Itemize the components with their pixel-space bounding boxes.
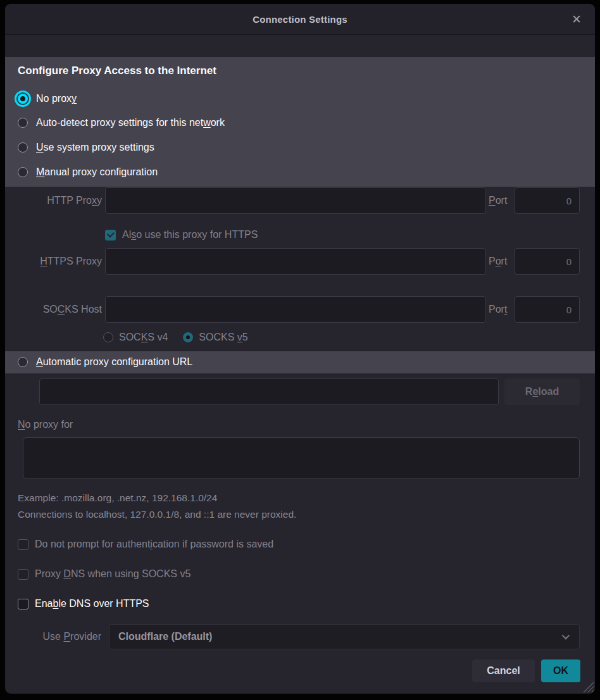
also-https-checkbox-row[interactable]: Also use this proxy for HTTPS — [105, 229, 258, 241]
radio-unselected-icon[interactable] — [18, 357, 28, 367]
https-port-label: Port — [489, 256, 511, 267]
checkbox-unchecked-icon[interactable] — [18, 599, 28, 609]
socks-port-input[interactable] — [515, 296, 580, 323]
close-icon[interactable]: ✕ — [568, 11, 585, 28]
connection-settings-dialog: Connection Settings ✕ Configure Proxy Ac… — [5, 4, 595, 694]
https-port-input[interactable] — [515, 248, 580, 275]
radio-label: No proxy — [36, 93, 77, 104]
checkbox-label: Enable DNS over HTTPS — [35, 598, 149, 609]
proxy-mode-panel: Configure Proxy Access to the Internet N… — [5, 57, 595, 187]
http-proxy-label: HTTP Proxy — [18, 195, 102, 206]
radio-option-socks-v5[interactable]: SOCKS v5 — [183, 332, 247, 343]
cancel-button[interactable]: Cancel — [472, 659, 535, 682]
radio-unselected-icon[interactable] — [103, 332, 113, 342]
doh-provider-select[interactable]: Cloudflare (Default) — [109, 624, 580, 649]
panel-heading: Configure Proxy Access to the Internet — [18, 65, 216, 77]
titlebar: Connection Settings ✕ — [5, 4, 595, 35]
radio-option-socks-v4[interactable]: SOCKS v4 — [103, 332, 168, 343]
https-proxy-label: HTTPS Proxy — [18, 256, 102, 267]
radio-label: Use system proxy settings — [36, 142, 154, 153]
radio-label: Manual proxy configuration — [36, 166, 158, 178]
checkbox-row-no-auth-prompt[interactable]: Do not prompt for authentication if pass… — [18, 539, 273, 550]
checkbox-row-enable-doh[interactable]: Enable DNS over HTTPS — [18, 598, 149, 609]
radio-selected-icon[interactable] — [18, 94, 28, 104]
socks-version-group: SOCKS v4 SOCKS v5 — [103, 332, 248, 343]
radio-option-system-proxy[interactable]: Use system proxy settings — [18, 140, 154, 155]
http-port-label: Port — [489, 195, 511, 206]
doh-provider-selected-value: Cloudflare (Default) — [118, 631, 212, 642]
auto-config-band: Automatic proxy configuration URL — [5, 351, 595, 373]
radio-selected-icon[interactable] — [183, 332, 193, 342]
socks-v4-label: SOCKS v4 — [119, 332, 168, 343]
auto-config-label: Automatic proxy configuration URL — [36, 356, 192, 368]
checkbox-label: Do not prompt for authentication if pass… — [35, 539, 273, 550]
http-proxy-input[interactable] — [105, 187, 486, 214]
localhost-note-text: Connections to localhost, 127.0.0.1/8, a… — [18, 509, 296, 520]
no-proxy-example-text: Example: .mozilla.org, .net.nz, 192.168.… — [18, 492, 217, 504]
radio-unselected-icon[interactable] — [18, 142, 28, 153]
also-https-label: Also use this proxy for HTTPS — [122, 229, 258, 241]
https-proxy-input[interactable] — [105, 248, 486, 275]
page-title: Connection Settings — [5, 4, 595, 35]
socks-port-label: Port — [489, 304, 511, 315]
resize-grip[interactable] — [583, 682, 594, 692]
socks-v5-label: SOCKS v5 — [199, 332, 247, 343]
http-port-input[interactable] — [515, 187, 580, 214]
radio-option-auto-config-url[interactable]: Automatic proxy configuration URL — [18, 354, 192, 370]
radio-option-auto-detect[interactable]: Auto-detect proxy settings for this netw… — [18, 115, 225, 130]
checkbox-row-proxy-dns[interactable]: Proxy DNS when using SOCKS v5 — [18, 568, 191, 580]
chevron-down-icon — [562, 632, 570, 640]
radio-unselected-icon[interactable] — [18, 118, 28, 128]
ok-button[interactable]: OK — [541, 659, 580, 682]
checkbox-label: Proxy DNS when using SOCKS v5 — [35, 568, 191, 580]
radio-unselected-icon[interactable] — [18, 167, 28, 177]
checkbox-unchecked-icon[interactable] — [18, 569, 28, 580]
socks-host-input[interactable] — [105, 296, 486, 323]
radio-option-manual-proxy[interactable]: Manual proxy configuration — [18, 165, 158, 180]
reload-button[interactable]: Reload — [504, 378, 580, 405]
checkbox-checked-icon[interactable] — [105, 230, 116, 241]
radio-option-no-proxy[interactable]: No proxy — [18, 91, 77, 106]
no-proxy-for-label: No proxy for — [18, 419, 73, 430]
auto-config-url-input[interactable] — [39, 378, 499, 405]
use-provider-label: Use Provider — [18, 631, 101, 642]
no-proxy-for-textarea[interactable] — [23, 437, 580, 479]
radio-label: Auto-detect proxy settings for this netw… — [36, 117, 225, 128]
socks-host-label: SOCKS Host — [18, 304, 102, 315]
checkbox-unchecked-icon[interactable] — [18, 539, 28, 550]
